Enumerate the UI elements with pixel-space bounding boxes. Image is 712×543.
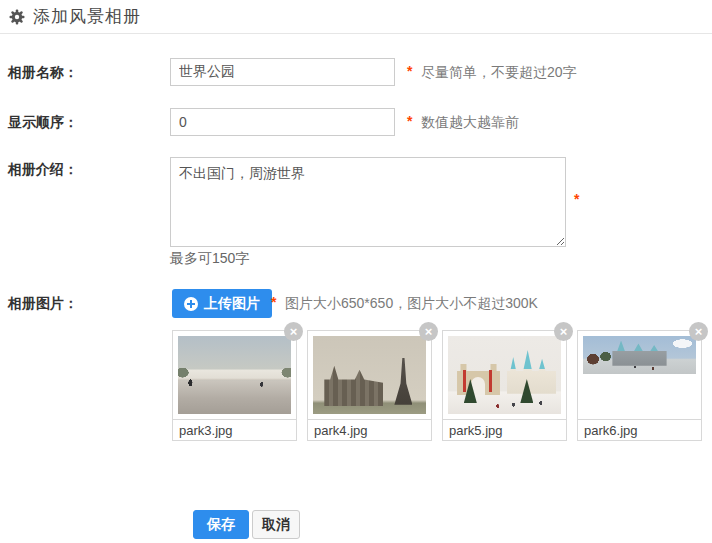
required-asterisk: * xyxy=(271,294,276,310)
required-asterisk: * xyxy=(407,63,412,79)
cancel-button[interactable]: 取消 xyxy=(252,510,300,539)
display-order-hint: 数值越大越靠前 xyxy=(421,114,519,132)
album-name-input[interactable] xyxy=(170,58,395,86)
thumbnail-card: park6.jpg × xyxy=(577,330,702,441)
intro-limit-note: 最多可150字 xyxy=(170,250,249,268)
thumbnail-filename: park4.jpg xyxy=(308,419,431,440)
thumbnail-image xyxy=(313,336,426,414)
album-name-label: 相册名称： xyxy=(8,64,78,82)
art-castle xyxy=(612,341,666,366)
plus-circle-icon xyxy=(184,297,198,311)
album-images-hint: 图片大小650*650，图片大小不超过300K xyxy=(285,295,538,313)
remove-image-button[interactable]: × xyxy=(689,322,708,341)
thumbnail-image xyxy=(448,336,561,414)
required-asterisk: * xyxy=(407,113,412,129)
remove-image-button[interactable]: × xyxy=(419,322,438,341)
gear-icon xyxy=(9,9,25,25)
art-trees xyxy=(584,346,613,368)
art-tower xyxy=(394,358,412,405)
album-intro-textarea[interactable]: 不出国门，周游世界 xyxy=(170,157,566,247)
album-images-label: 相册图片： xyxy=(8,295,78,313)
display-order-input[interactable] xyxy=(170,108,395,136)
thumbnail-image xyxy=(178,336,291,414)
page-header: 添加风景相册 xyxy=(0,0,712,34)
album-name-hint: 尽量简单，不要超过20字 xyxy=(421,64,577,82)
upload-button-label: 上传图片 xyxy=(204,295,260,313)
thumbnail-list: park3.jpg × park4.jpg × xyxy=(172,330,702,441)
thumbnail-filename: park3.jpg xyxy=(173,419,296,440)
close-icon: × xyxy=(695,324,703,339)
thumbnail-filename: park5.jpg xyxy=(443,419,566,440)
remove-image-button[interactable]: × xyxy=(284,322,303,341)
art-banner xyxy=(463,370,466,392)
remove-image-button[interactable]: × xyxy=(554,322,573,341)
required-asterisk: * xyxy=(574,191,579,207)
art-banner xyxy=(489,370,492,392)
add-album-page: 添加风景相册 相册名称： * 尽量简单，不要超过20字 显示顺序： * 数值越大… xyxy=(0,0,712,543)
art-castle xyxy=(507,350,557,394)
thumbnail-card: park3.jpg × xyxy=(172,330,297,441)
close-icon: × xyxy=(290,324,298,339)
thumbnail-image xyxy=(583,336,696,374)
display-order-label: 显示顺序： xyxy=(8,114,78,132)
page-title: 添加风景相册 xyxy=(33,5,141,28)
thumbnail-card: park4.jpg × xyxy=(307,330,432,441)
save-button[interactable]: 保存 xyxy=(193,510,249,539)
thumbnail-card: park5.jpg × xyxy=(442,330,567,441)
art-cathedral xyxy=(324,366,383,407)
thumbnail-filename: park6.jpg xyxy=(578,419,701,440)
upload-image-button[interactable]: 上传图片 xyxy=(172,289,272,318)
close-icon: × xyxy=(425,324,433,339)
close-icon: × xyxy=(560,324,568,339)
album-intro-label: 相册介绍： xyxy=(8,161,78,179)
